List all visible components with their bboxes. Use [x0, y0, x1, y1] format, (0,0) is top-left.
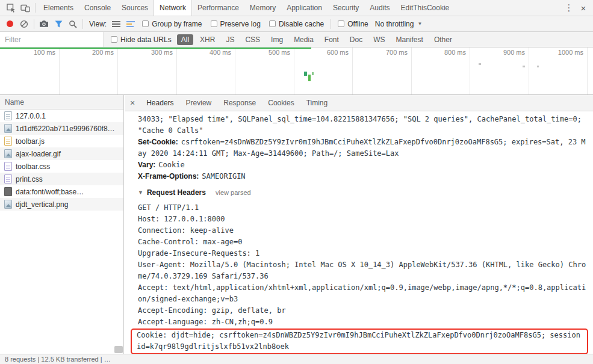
close-devtools-icon[interactable]: × — [576, 1, 591, 14]
stylesheet-icon — [4, 174, 12, 184]
header-name: Vary: — [138, 161, 155, 169]
divider — [35, 3, 36, 13]
timeline-activity-mark — [537, 66, 539, 67]
device-toolbar-icon[interactable] — [18, 1, 33, 14]
main-tab-bar: Elements Console Sources Network Perform… — [0, 0, 593, 16]
filter-pill-ws[interactable]: WS — [369, 34, 389, 45]
checkbox-box — [338, 20, 344, 27]
gridline — [235, 48, 235, 94]
dtab-preview[interactable]: Preview — [180, 95, 218, 111]
raw-header-line: GET / HTTP/1.1 — [138, 202, 589, 214]
gridline — [529, 48, 529, 94]
checkbox-label: Preserve log — [220, 20, 261, 28]
script-icon — [4, 137, 12, 146]
request-name: data:font/woff;base… — [16, 188, 84, 196]
raw-header-line: Host: 127.0.0.1:8000 — [138, 214, 589, 225]
request-name: toolbar.js — [16, 137, 45, 146]
filter-pill-manifest[interactable]: Manifest — [392, 34, 427, 45]
gridline — [117, 48, 118, 94]
inspect-cursor-icon[interactable] — [4, 1, 18, 14]
tab-audits[interactable]: Audits — [364, 0, 395, 16]
dtab-timing[interactable]: Timing — [300, 95, 334, 111]
requests-summary: 8 requests | 12.5 KB transferred | … — [5, 356, 111, 363]
filter-pill-media[interactable]: Media — [290, 34, 318, 45]
group-by-frame-checkbox[interactable]: Group by frame — [142, 20, 202, 28]
disable-cache-checkbox[interactable]: Disable cache — [269, 20, 324, 28]
time-tick: 400 ms — [195, 49, 231, 56]
tab-memory[interactable]: Memory — [244, 0, 281, 16]
request-name: 127.0.0.1 — [16, 112, 46, 120]
close-details-icon[interactable]: × — [125, 98, 140, 108]
preserve-log-checkbox[interactable]: Preserve log — [211, 20, 261, 28]
scrollbar-thumb[interactable] — [114, 346, 123, 353]
image-icon — [4, 200, 12, 209]
request-row[interactable]: djdt_vertical.png — [0, 198, 123, 211]
filter-pill-font[interactable]: Font — [320, 34, 343, 45]
tab-network[interactable]: Network — [154, 0, 192, 16]
request-name: djdt_vertical.png — [16, 200, 68, 209]
request-row[interactable]: 1d1df6220ab711e9996760f8… — [0, 122, 123, 135]
checkbox-box — [211, 20, 217, 27]
request-row[interactable]: toolbar.css — [0, 160, 123, 173]
checkbox-label: Disable cache — [279, 20, 324, 28]
gridline — [294, 48, 294, 94]
request-row[interactable]: ajax-loader.gif — [0, 147, 123, 160]
filter-pill-all[interactable]: All — [177, 34, 193, 45]
font-icon — [4, 187, 12, 196]
hide-data-urls-checkbox[interactable]: Hide data URLs — [111, 35, 172, 44]
request-row[interactable]: 127.0.0.1 — [0, 110, 123, 122]
devtools-window: Elements Console Sources Network Perform… — [0, 0, 593, 364]
capture-screenshots-icon[interactable] — [37, 17, 51, 31]
filter-pill-xhr[interactable]: XHR — [196, 34, 219, 45]
record-icon[interactable] — [2, 17, 17, 31]
offline-checkbox[interactable]: Offline — [338, 20, 368, 28]
throttling-value: No throttling — [375, 20, 414, 28]
filter-input[interactable] — [0, 35, 103, 44]
tab-security[interactable]: Security — [328, 0, 364, 16]
filter-pill-doc[interactable]: Doc — [346, 34, 367, 45]
raw-header-line: Cache-Control: max-age=0 — [138, 236, 589, 248]
tab-application[interactable]: Application — [281, 0, 328, 16]
tab-editthiscookie[interactable]: EditThisCookie — [396, 0, 455, 16]
request-headers-section: ▼ Request Headers view parsed — [138, 187, 589, 199]
filter-funnel-icon[interactable] — [51, 17, 66, 31]
request-row[interactable]: print.css — [0, 173, 123, 185]
clear-icon[interactable] — [17, 17, 31, 31]
response-header-x-frame-options: X-Frame-Options:SAMEORIGIN — [138, 171, 589, 182]
timeline-activity-mark — [479, 63, 481, 65]
kebab-menu-icon[interactable]: ⋮ — [562, 1, 576, 14]
filter-pill-css[interactable]: CSS — [241, 34, 264, 45]
filter-pill-other[interactable]: Other — [430, 34, 456, 45]
filter-pill-img[interactable]: Img — [267, 34, 287, 45]
checkbox-label: Offline — [347, 20, 368, 28]
raw-header-line: Connection: keep-alive — [138, 225, 589, 236]
tab-sources[interactable]: Sources — [116, 0, 154, 16]
dtab-cookies[interactable]: Cookies — [262, 95, 300, 111]
time-tick: 800 ms — [430, 49, 466, 56]
name-column-header[interactable]: Name — [0, 95, 123, 110]
search-icon[interactable] — [66, 17, 80, 31]
request-row[interactable]: toolbar.js — [0, 135, 123, 147]
tab-performance[interactable]: Performance — [192, 0, 244, 16]
throttling-select[interactable]: No throttling ▼ — [375, 20, 423, 28]
disclosure-triangle-icon[interactable]: ▼ — [138, 187, 143, 199]
timeline-overview[interactable]: 100 ms 200 ms 300 ms 400 ms 500 ms 600 m… — [0, 48, 593, 95]
raw-header-line: Accept-Language: zh-CN,zh;q=0.9 — [138, 316, 589, 328]
filter-pill-js[interactable]: JS — [222, 34, 238, 45]
view-parsed-link[interactable]: view parsed — [216, 187, 251, 199]
overview-rows-icon[interactable] — [123, 17, 138, 31]
time-tick: 300 ms — [137, 49, 173, 56]
network-main-area: Name 127.0.0.1 1d1df6220ab711e9996760f8…… — [0, 95, 593, 354]
timeline-activity-mark — [523, 66, 525, 67]
tab-elements[interactable]: Elements — [38, 0, 79, 16]
time-tick: 500 ms — [254, 49, 290, 56]
small-rows-icon[interactable] — [109, 17, 123, 31]
request-row[interactable]: data:font/woff;base… — [0, 185, 123, 198]
tab-console[interactable]: Console — [79, 0, 116, 16]
raw-header-line: Accept: text/html,application/xhtml+xml,… — [138, 282, 589, 305]
dtab-response[interactable]: Response — [217, 95, 262, 111]
time-tick: 200 ms — [78, 49, 114, 56]
image-icon — [4, 149, 12, 158]
dtab-headers[interactable]: Headers — [140, 95, 179, 111]
raw-request-headers: GET / HTTP/1.1 Host: 127.0.0.1:8000 Conn… — [138, 202, 589, 354]
